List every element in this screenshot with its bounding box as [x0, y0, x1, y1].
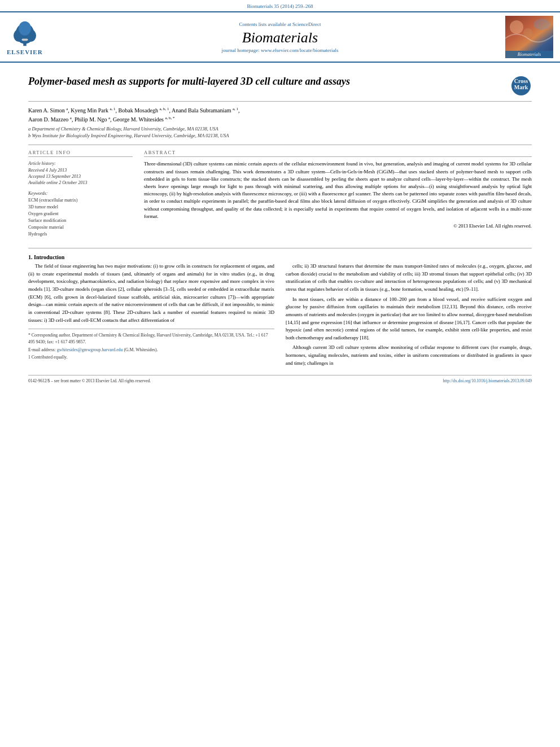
author-kyeng: Kyeng Min Park a, 1, [71, 107, 118, 113]
svg-point-7 [510, 20, 523, 34]
footnote-email: E-mail address: gwhitesides@gmwgroup.har… [28, 347, 274, 353]
elsevier-logo: ELSEVIER [7, 19, 43, 55]
affiliation-a: a Department of Chemistry & Chemical Bio… [28, 126, 532, 133]
top-citation-bar: Biomaterials 35 (2014) 259–268 [0, 0, 560, 11]
citation-text: Biomaterials 35 (2014) 259–268 [247, 3, 313, 9]
article-history: Article history: Received 4 July 2013 Ac… [28, 160, 133, 186]
author-bobak: Bobak Mosadegh a, b, 1, [119, 107, 172, 113]
intro-text-right: cells; ii) 3D structural features that d… [286, 263, 532, 367]
article-title-text: Polymer-based mesh as supports for multi… [28, 75, 505, 88]
email-label: E-mail address: [28, 347, 57, 352]
journal-header: ELSEVIER Contents lists available at Sci… [0, 11, 560, 63]
intro-right-para-3: Although current 3D cell culture systems… [286, 344, 532, 367]
abstract-text: Three-dimensional (3D) culture systems c… [144, 160, 532, 229]
elsevier-logo-section: ELSEVIER [7, 19, 80, 55]
svg-point-9 [533, 19, 550, 30]
article-title-section: Polymer-based mesh as supports for multi… [28, 75, 532, 102]
svg-rect-5 [21, 38, 28, 41]
crossmark-badge[interactable]: Cross Mark [510, 75, 532, 97]
intro-number: 1. [28, 254, 33, 260]
abstract-body: Three-dimensional (3D) culture systems c… [144, 161, 532, 219]
intro-title: Introduction [34, 254, 64, 260]
journal-cover-image: Biomaterials [505, 16, 553, 58]
copyright-notice: © 2013 Elsevier Ltd. All rights reserved… [144, 222, 532, 230]
footnote-contributed: 1 Contributed equally. [28, 354, 274, 361]
footnote-corresponding: * Corresponding author. Department of Ch… [28, 332, 274, 345]
available-date: Available online 2 October 2013 [28, 180, 133, 186]
keywords-section: Keywords: ECM (extracellular matrix) 3D … [28, 190, 133, 238]
article-info-col: ARTICLE INFO Article history: Received 4… [28, 150, 133, 238]
history-title: Article history: [28, 160, 133, 167]
abstract-heading: ABSTRACT [144, 150, 532, 157]
journal-header-center: Contents lists available at ScienceDirec… [80, 21, 480, 53]
abstract-col: ABSTRACT Three-dimensional (3D) culture … [144, 150, 532, 238]
svg-text:Cross: Cross [514, 78, 528, 84]
issn-notice: 0142-9612/$ – see front matter © 2013 El… [28, 378, 151, 383]
author-george: George M. Whitesides a, b, * [113, 116, 175, 123]
journal-cover-section: Biomaterials [480, 16, 553, 58]
intro-text-left: The field of tissue engineering has two … [28, 263, 274, 324]
intro-right-para-2: In most tissues, cells are within a dist… [286, 296, 532, 342]
cover-journal-label: Biomaterials [505, 51, 553, 58]
author-karen: Karen A. Simon a, [28, 107, 71, 113]
doi-link[interactable]: http://dx.doi.org/10.1016/j.biomaterials… [443, 378, 532, 383]
received-date: Received 4 July 2013 [28, 167, 133, 173]
elsevier-name: ELSEVIER [7, 49, 43, 55]
email-link[interactable]: gwhitesides@gmwgroup.harvard.edu [57, 347, 123, 352]
keyword-6: Hydrogels [28, 231, 133, 238]
article-info-heading: ARTICLE INFO [28, 150, 133, 157]
author-anand: Anand Bala Subramaniam a, 1, [172, 107, 240, 113]
accepted-date: Accepted 13 September 2013 [28, 173, 133, 180]
article-content: Polymer-based mesh as supports for multi… [0, 63, 560, 389]
intro-section-header: 1. Introduction [28, 254, 532, 260]
keywords-title: Keywords: [28, 190, 133, 197]
affiliations-section: a Department of Chemistry & Chemical Bio… [28, 126, 532, 139]
cover-illustration [505, 16, 553, 53]
keyword-3: Oxygen gradient [28, 211, 133, 217]
journal-homepage: journal homepage: www.elsevier.com/locat… [80, 47, 480, 53]
intro-para-1: The field of tissue engineering has two … [28, 263, 274, 324]
journal-title: Biomaterials [80, 29, 480, 46]
elsevier-tree-icon [8, 19, 42, 47]
keyword-5: Composite material [28, 224, 133, 231]
keyword-2: 3D tumor model [28, 204, 133, 211]
authors-section: Karen A. Simon a, Kyeng Min Park a, 1, B… [28, 106, 532, 124]
info-abstract-section: ARTICLE INFO Article history: Received 4… [28, 145, 532, 238]
author-philip: Philip M. Ngo a, [75, 116, 113, 123]
svg-point-4 [19, 21, 31, 35]
bottom-bar: 0142-9612/$ – see front matter © 2013 El… [28, 375, 532, 383]
author-aaron: Aaron D. Mazzeo a, [28, 116, 75, 123]
intro-body-columns: The field of tissue engineering has two … [28, 263, 532, 369]
svg-text:Mark: Mark [514, 84, 528, 90]
intro-right-para-1: cells; ii) 3D structural features that d… [286, 263, 532, 294]
intro-left-col: The field of tissue engineering has two … [28, 263, 274, 369]
article-title: Polymer-based mesh as supports for multi… [28, 75, 505, 88]
keyword-4: Surface modification [28, 217, 133, 224]
sciencedirect-text[interactable]: Contents lists available at ScienceDirec… [80, 21, 480, 27]
intro-right-col: cells; ii) 3D structural features that d… [286, 263, 532, 369]
email-owner: (G.M. Whitesides). [124, 347, 158, 352]
keyword-1: ECM (extracellular matrix) [28, 197, 133, 204]
body-content: 1. Introduction The field of tissue engi… [28, 248, 532, 383]
footnotes: * Corresponding author. Department of Ch… [28, 329, 274, 361]
affiliation-b: b Wyss Institute for Biologically Inspir… [28, 133, 532, 139]
